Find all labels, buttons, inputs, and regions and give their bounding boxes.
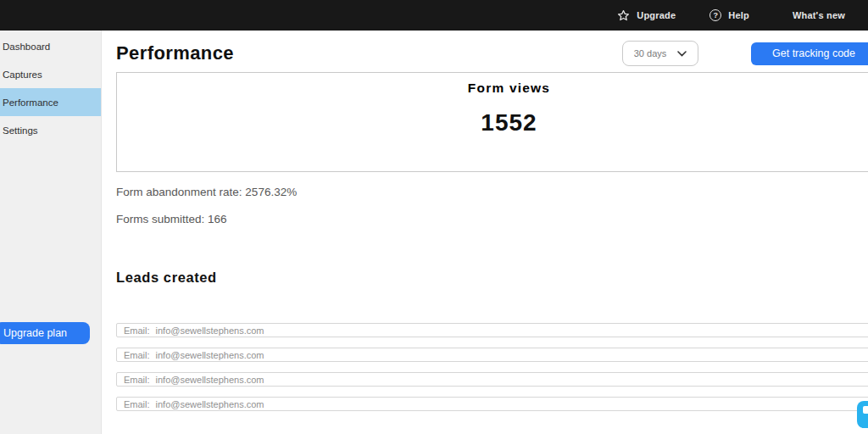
sidebar: Dashboard Captures Performance Settings … xyxy=(0,31,102,434)
sidebar-item-performance[interactable]: Performance xyxy=(0,88,101,116)
sidebar-item-label: Captures xyxy=(3,70,42,80)
topbar-upgrade-label: Upgrade xyxy=(637,10,676,20)
lead-email-value: info@sewellstephens.com xyxy=(156,350,264,360)
lead-row[interactable]: Email: info@sewellstephens.com xyxy=(116,397,868,411)
stat-value: 166 xyxy=(208,213,227,225)
topbar-upgrade-button[interactable]: Upgrade xyxy=(617,9,676,22)
star-icon xyxy=(617,9,630,22)
form-views-value: 1552 xyxy=(117,109,868,136)
lead-email-label: Email: xyxy=(124,399,150,409)
stat-forms-submitted: Forms submitted: 166 xyxy=(116,213,868,225)
form-views-panel: Form views 1552 xyxy=(116,72,868,172)
chat-icon xyxy=(863,406,868,414)
stat-value: 2576.32% xyxy=(245,186,297,198)
topbar-whats-new-label: What's new xyxy=(793,10,845,20)
page-title: Performance xyxy=(116,42,234,64)
form-views-title: Form views xyxy=(117,73,868,96)
stat-label: Forms submitted: xyxy=(116,213,204,225)
period-dropdown-value: 30 days xyxy=(634,48,667,58)
lead-email-value: info@sewellstephens.com xyxy=(156,326,264,336)
lead-row[interactable]: Email: info@sewellstephens.com xyxy=(116,348,868,362)
get-tracking-code-button[interactable]: Get tracking code xyxy=(751,42,868,65)
lead-row[interactable]: Email: info@sewellstephens.com xyxy=(116,372,868,387)
sidebar-item-dashboard[interactable]: Dashboard xyxy=(0,32,101,60)
page-header-row: Performance 30 days Get tracking code xyxy=(116,40,868,67)
topbar: Upgrade ? Help What's new xyxy=(0,0,868,31)
upgrade-plan-button[interactable]: Upgrade plan xyxy=(0,322,90,344)
chat-widget-button[interactable] xyxy=(857,401,868,428)
stat-abandonment-rate: Form abandonment rate: 2576.32% xyxy=(116,186,868,198)
lead-row[interactable]: Email: info@sewellstephens.com xyxy=(116,323,868,337)
help-icon: ? xyxy=(709,9,721,21)
sidebar-item-label: Performance xyxy=(3,97,58,108)
leads-created-title: Leads created xyxy=(116,270,868,286)
sidebar-item-captures[interactable]: Captures xyxy=(0,60,101,88)
topbar-help-label: Help xyxy=(728,10,749,20)
lead-email-label: Email: xyxy=(124,375,150,385)
period-dropdown[interactable]: 30 days xyxy=(622,41,698,66)
chevron-down-icon xyxy=(677,51,687,57)
topbar-whats-new-button[interactable]: What's new xyxy=(793,10,845,20)
sidebar-item-settings[interactable]: Settings xyxy=(0,116,101,144)
main-content: Performance 30 days Get tracking code Fo… xyxy=(102,31,868,434)
lead-email-label: Email: xyxy=(124,326,150,336)
topbar-help-button[interactable]: ? Help xyxy=(709,9,749,21)
sidebar-item-label: Dashboard xyxy=(3,42,50,52)
sidebar-item-label: Settings xyxy=(3,125,38,136)
lead-email-label: Email: xyxy=(124,350,150,360)
stat-label: Form abandonment rate: xyxy=(116,186,242,198)
leads-list: Email: info@sewellstephens.com Email: in… xyxy=(116,323,868,411)
lead-email-value: info@sewellstephens.com xyxy=(156,399,264,409)
lead-email-value: info@sewellstephens.com xyxy=(156,375,264,385)
